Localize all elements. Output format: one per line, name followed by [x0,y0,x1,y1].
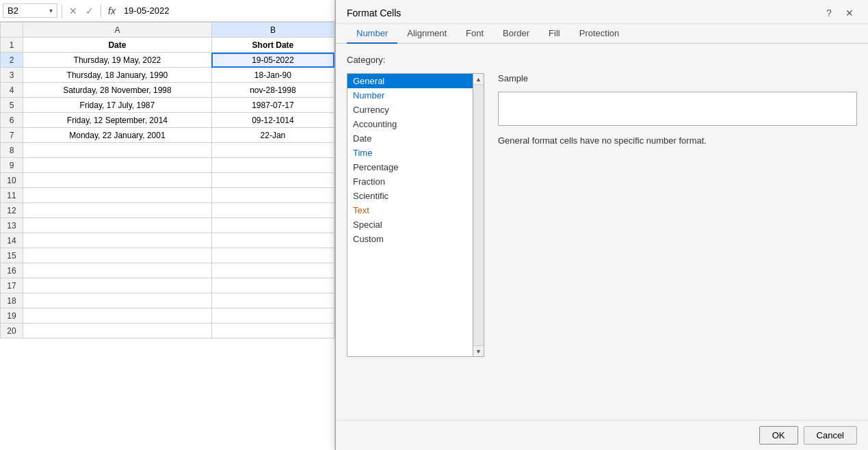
formula-bar: B2 ▾ ✕ ✓ fx [0,0,334,22]
table-row: 20 [1,323,334,339]
cell-a2[interactable]: Thursday, 19 May, 2022 [23,53,212,68]
cell-b10[interactable] [211,173,334,188]
table-row: 13 [1,218,334,233]
category-item[interactable]: Custom [347,232,473,246]
row-header: 9 [1,158,23,173]
cell-b18[interactable] [211,293,334,308]
cell-b16[interactable] [211,263,334,278]
cell-a3[interactable]: Thursday, 18 January, 1990 [23,68,212,83]
row-header: 14 [1,233,23,248]
cell-b12[interactable] [211,203,334,218]
dialog-title: Format Cells [347,8,401,18]
cancel-button[interactable]: Cancel [804,426,857,445]
formula-input[interactable] [121,4,332,17]
fx-icon: fx [105,5,118,16]
category-list-wrapper: GeneralNumberCurrencyAccountingDateTimeP… [347,73,484,357]
scroll-down-arrow[interactable]: ▼ [473,345,484,356]
dialog-close-button[interactable]: ✕ [842,5,857,21]
cell-b8[interactable] [211,143,334,158]
cell-a11[interactable] [23,188,212,203]
cell-b9[interactable] [211,158,334,173]
category-list[interactable]: GeneralNumberCurrencyAccountingDateTimeP… [347,73,473,357]
category-item[interactable]: Scientific [347,189,473,203]
category-item[interactable]: Number [347,88,473,103]
spreadsheet-grid: A B 1DateShort Date2Thursday, 19 May, 20… [0,22,334,339]
category-item[interactable]: Fraction [347,174,473,189]
cell-a7[interactable]: Monday, 22 January, 2001 [23,128,212,143]
cell-a15[interactable] [23,248,212,263]
row-header: 8 [1,143,23,158]
table-row: 9 [1,158,334,173]
col-header-a[interactable]: A [23,23,212,38]
row-header: 1 [1,38,23,53]
cell-a1[interactable]: Date [23,38,212,53]
cell-b3[interactable]: 18-Jan-90 [211,68,334,83]
ok-button[interactable]: OK [759,426,798,445]
row-header: 17 [1,278,23,293]
tab-bar: Number Alignment Font Border Fill Protec… [336,24,868,44]
cell-a12[interactable] [23,203,212,218]
cell-b17[interactable] [211,278,334,293]
dialog-titlebar: Format Cells ? ✕ [336,0,868,24]
name-box[interactable]: B2 ▾ [3,3,57,18]
row-header: 7 [1,128,23,143]
cell-a5[interactable]: Friday, 17 July, 1987 [23,98,212,113]
category-item[interactable]: General [347,74,473,88]
cell-a17[interactable] [23,278,212,293]
cancel-formula-icon[interactable]: ✕ [66,4,80,18]
cell-b11[interactable] [211,188,334,203]
name-box-value: B2 [8,5,47,16]
dialog-content: Category: GeneralNumberCurrencyAccountin… [336,44,868,420]
category-item[interactable]: Text [347,203,473,217]
category-item[interactable]: Time [347,146,473,160]
tab-number[interactable]: Number [347,24,397,44]
cell-b2[interactable]: 19-05-2022 [211,53,334,68]
cell-a4[interactable]: Saturday, 28 November, 1998 [23,83,212,98]
table-row: 3Thursday, 18 January, 199018-Jan-90 [1,68,334,83]
cell-b15[interactable] [211,248,334,263]
name-box-dropdown-icon[interactable]: ▾ [49,7,53,14]
tab-border[interactable]: Border [493,24,539,44]
category-item[interactable]: Currency [347,103,473,117]
cell-a6[interactable]: Friday, 12 September, 2014 [23,113,212,128]
table-row: 8 [1,143,334,158]
tab-font[interactable]: Font [456,24,493,44]
table-row: 19 [1,308,334,323]
cell-b14[interactable] [211,233,334,248]
sample-box [498,92,857,126]
category-description: General format cells have no specific nu… [498,134,857,148]
cell-a19[interactable] [23,308,212,323]
confirm-formula-icon[interactable]: ✓ [83,4,96,18]
category-item[interactable]: Percentage [347,160,473,174]
cell-a16[interactable] [23,263,212,278]
tab-fill[interactable]: Fill [539,24,570,44]
cell-b20[interactable] [211,323,334,339]
cell-a18[interactable] [23,293,212,308]
cell-a13[interactable] [23,218,212,233]
corner-header [1,23,23,38]
category-item[interactable]: Special [347,217,473,232]
cell-b19[interactable] [211,308,334,323]
tab-protection[interactable]: Protection [570,24,629,44]
dialog-help-button[interactable]: ? [821,5,837,21]
category-item[interactable]: Date [347,131,473,146]
row-header: 13 [1,218,23,233]
category-list-container: GeneralNumberCurrencyAccountingDateTimeP… [347,73,857,357]
scroll-up-arrow[interactable]: ▲ [473,74,484,85]
cell-b1[interactable]: Short Date [211,38,334,53]
cell-b7[interactable]: 22-Jan [211,128,334,143]
row-header: 2 [1,53,23,68]
cell-b13[interactable] [211,218,334,233]
cell-a8[interactable] [23,143,212,158]
cell-b4[interactable]: nov-28-1998 [211,83,334,98]
cell-a9[interactable] [23,158,212,173]
cell-a20[interactable] [23,323,212,339]
col-header-b[interactable]: B [211,23,334,38]
cell-a14[interactable] [23,233,212,248]
tab-alignment[interactable]: Alignment [397,24,456,44]
table-row: 1DateShort Date [1,38,334,53]
cell-a10[interactable] [23,173,212,188]
cell-b5[interactable]: 1987-07-17 [211,98,334,113]
cell-b6[interactable]: 09-12-1014 [211,113,334,128]
category-item[interactable]: Accounting [347,117,473,131]
